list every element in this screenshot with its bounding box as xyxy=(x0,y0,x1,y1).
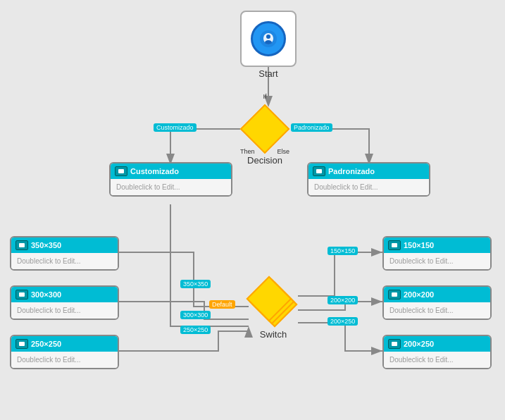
node-300x300-title: 300×300 xyxy=(31,290,61,299)
node-150x150-icon xyxy=(388,240,401,250)
node-200x200-title: 200×200 xyxy=(404,290,434,299)
customizado-main-node[interactable]: Customizado Doubleclick to Edit... xyxy=(109,162,232,197)
node-200x250-body: Doubleclick to Edit... xyxy=(384,352,490,368)
decision-then-label: Then xyxy=(240,148,255,155)
node-300x300[interactable]: 300×300 Doubleclick to Edit... xyxy=(10,285,119,320)
node-250x250-title: 250×250 xyxy=(31,340,61,348)
edge-padronizado-label: Padronizado xyxy=(291,123,332,132)
padronizado-main-body: Doubleclick to Edit... xyxy=(308,179,429,195)
svg-point-3 xyxy=(265,40,272,44)
node-350x350-title: 350×350 xyxy=(31,241,61,249)
decision-if-label: If xyxy=(263,93,266,100)
node-200x250[interactable]: 200×250 Doubleclick to Edit... xyxy=(382,335,492,369)
edge-350x350-label: 350×350 xyxy=(180,280,211,288)
node-200x200-body: Doubleclick to Edit... xyxy=(384,302,490,319)
node-350x350-icon xyxy=(15,240,28,250)
edge-customizado-label: Customizado xyxy=(154,123,197,132)
node-350x350[interactable]: 350×350 Doubleclick to Edit... xyxy=(10,236,119,271)
start-node[interactable]: Start xyxy=(240,11,297,79)
edge-150x150-label: 150×150 xyxy=(328,247,358,255)
start-icon xyxy=(251,21,286,56)
node-200x200[interactable]: 200×200 Doubleclick to Edit... xyxy=(382,285,492,320)
node-200x250-icon xyxy=(388,339,401,349)
customizado-main-body: Doubleclick to Edit... xyxy=(111,179,231,195)
edge-200x200-label: 200×200 xyxy=(328,296,358,304)
edge-default-label: Default xyxy=(209,300,235,309)
svg-point-2 xyxy=(266,35,270,39)
workflow-canvas: Start If Then Else Decision Switch Custo… xyxy=(0,0,505,420)
node-250x250[interactable]: 250×250 Doubleclick to Edit... xyxy=(10,335,119,369)
decision-else-label: Else xyxy=(277,148,289,155)
node-350x350-body: Doubleclick to Edit... xyxy=(11,253,118,269)
switch-label: Switch xyxy=(260,329,287,340)
node-300x300-icon xyxy=(15,290,28,299)
decision-node[interactable]: If Then Else Decision xyxy=(240,104,289,166)
node-250x250-icon xyxy=(15,339,28,349)
node-300x300-body: Doubleclick to Edit... xyxy=(11,302,118,319)
node-250x250-body: Doubleclick to Edit... xyxy=(11,352,118,368)
decision-diamond xyxy=(240,104,290,154)
start-label: Start xyxy=(258,68,278,79)
padronizado-main-icon xyxy=(313,166,325,176)
node-150x150[interactable]: 150×150 Doubleclick to Edit... xyxy=(382,236,492,271)
customizado-main-icon xyxy=(115,166,127,176)
padronizado-main-node[interactable]: Padronizado Doubleclick to Edit... xyxy=(307,162,430,197)
decision-label: Decision xyxy=(247,155,282,166)
switch-node[interactable]: Switch xyxy=(249,278,298,340)
node-200x250-title: 200×250 xyxy=(404,340,434,348)
padronizado-main-title: Padronizado xyxy=(328,167,375,175)
node-200x200-icon xyxy=(388,290,401,299)
edge-250x250-label: 250×250 xyxy=(180,326,211,334)
node-150x150-title: 150×150 xyxy=(404,241,434,249)
edge-200x250-label: 200×250 xyxy=(328,317,358,326)
edge-300x300-label: 300×300 xyxy=(180,311,211,319)
customizado-main-title: Customizado xyxy=(130,167,179,175)
node-150x150-body: Doubleclick to Edit... xyxy=(384,253,490,269)
